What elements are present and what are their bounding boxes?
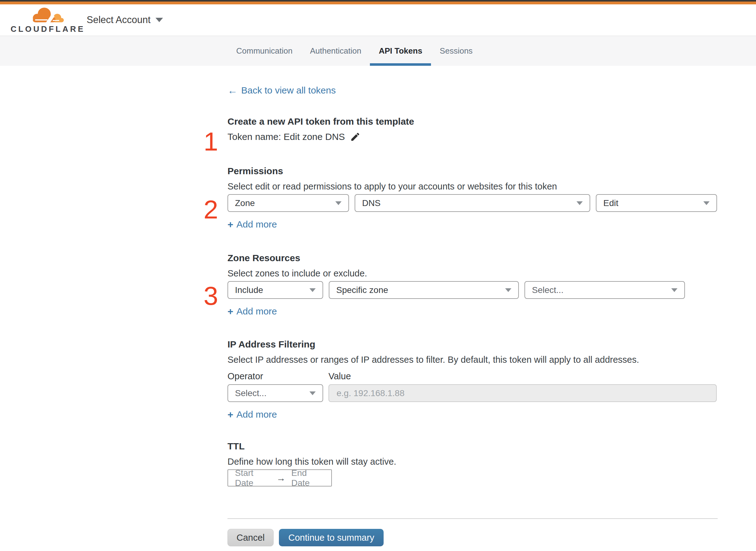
add-more-label: Add more bbox=[236, 306, 277, 317]
permissions-add-more-link[interactable]: + Add more bbox=[227, 219, 277, 230]
permission-scope-value: Zone bbox=[235, 198, 255, 208]
permissions-description: Select edit or read permissions to apply… bbox=[227, 180, 718, 192]
plus-icon: + bbox=[227, 306, 233, 317]
permission-scope-select[interactable]: Zone bbox=[227, 194, 349, 212]
continue-to-summary-button[interactable]: Continue to summary bbox=[279, 529, 384, 546]
back-to-tokens-link[interactable]: ← Back to view all tokens bbox=[227, 85, 335, 96]
step-number-1: 1 bbox=[187, 128, 218, 154]
ip-operator-placeholder: Select... bbox=[235, 388, 266, 398]
footer-divider bbox=[227, 518, 718, 519]
permission-service-value: DNS bbox=[362, 198, 381, 208]
end-date-placeholder: End Date bbox=[291, 468, 324, 488]
zone-mode-value: Include bbox=[235, 285, 263, 295]
cloudflare-wordmark: CLOUDFLARE bbox=[11, 24, 85, 34]
plus-icon: + bbox=[227, 409, 233, 420]
ip-operator-select[interactable]: Select... bbox=[227, 384, 323, 402]
start-date-placeholder: Start Date bbox=[235, 468, 271, 488]
tab-api-tokens[interactable]: API Tokens bbox=[370, 36, 431, 66]
page-title: Create a new API token from this templat… bbox=[227, 116, 718, 127]
add-more-label: Add more bbox=[236, 409, 277, 420]
cloudflare-logo[interactable]: CLOUDFLARE bbox=[11, 7, 85, 34]
tabbar: Communication Authentication API Tokens … bbox=[0, 36, 756, 66]
top-orange-strip bbox=[0, 2, 756, 4]
back-link-label: Back to view all tokens bbox=[241, 85, 335, 96]
chevron-down-icon bbox=[335, 201, 341, 205]
chevron-down-icon bbox=[309, 392, 316, 395]
tab-authentication[interactable]: Authentication bbox=[301, 36, 370, 66]
tab-sessions[interactable]: Sessions bbox=[431, 36, 482, 66]
tab-communication[interactable]: Communication bbox=[227, 36, 301, 66]
permission-service-select[interactable]: DNS bbox=[354, 194, 590, 212]
ttl-date-range-picker[interactable]: Start Date → End Date bbox=[227, 469, 332, 487]
chevron-down-icon bbox=[309, 288, 316, 292]
permission-access-value: Edit bbox=[603, 198, 618, 208]
chevron-down-icon bbox=[505, 288, 511, 292]
zone-type-select[interactable]: Specific zone bbox=[329, 281, 519, 299]
ip-value-input[interactable] bbox=[328, 384, 717, 402]
plus-icon: + bbox=[227, 219, 233, 230]
account-selector-label: Select Account bbox=[87, 14, 150, 26]
step-number-2: 2 bbox=[187, 196, 218, 222]
account-selector[interactable]: Select Account bbox=[87, 4, 163, 36]
permission-access-select[interactable]: Edit bbox=[596, 194, 717, 212]
cloudflare-cloud-icon bbox=[30, 7, 66, 24]
chevron-down-icon bbox=[671, 288, 678, 292]
ip-filtering-add-more-link[interactable]: + Add more bbox=[227, 409, 277, 420]
zone-resources-add-more-link[interactable]: + Add more bbox=[227, 306, 277, 317]
add-more-label: Add more bbox=[236, 219, 277, 230]
permissions-title: Permissions bbox=[227, 165, 718, 177]
ttl-description: Define how long this token will stay act… bbox=[227, 456, 718, 468]
edit-token-name-button[interactable] bbox=[350, 131, 360, 142]
zone-resources-title: Zone Resources bbox=[227, 252, 718, 264]
ttl-title: TTL bbox=[227, 440, 718, 453]
operator-label: Operator bbox=[227, 371, 328, 382]
ip-filtering-title: IP Address Filtering bbox=[227, 338, 718, 351]
header: CLOUDFLARE Select Account bbox=[0, 4, 756, 36]
zone-mode-select[interactable]: Include bbox=[227, 281, 323, 299]
zone-resources-description: Select zones to include or exclude. bbox=[227, 267, 718, 279]
zone-type-value: Specific zone bbox=[336, 285, 388, 295]
right-arrow-icon: → bbox=[276, 473, 286, 483]
content-area: 1 2 3 ← Back to view all tokens Create a… bbox=[0, 66, 756, 549]
token-name-text: Token name: Edit zone DNS bbox=[227, 130, 345, 144]
ip-filtering-description: Select IP addresses or ranges of IP addr… bbox=[227, 354, 718, 366]
step-number-3: 3 bbox=[187, 283, 218, 309]
chevron-down-icon bbox=[703, 201, 710, 205]
value-label: Value bbox=[328, 371, 351, 382]
chevron-down-icon bbox=[155, 18, 163, 22]
pencil-icon bbox=[350, 131, 360, 142]
zone-picker-placeholder: Select... bbox=[532, 285, 564, 295]
chevron-down-icon bbox=[577, 201, 583, 205]
back-arrow-icon: ← bbox=[227, 85, 237, 95]
zone-picker-select[interactable]: Select... bbox=[525, 281, 685, 299]
api-token-template-page: CLOUDFLARE Select Account Communication … bbox=[0, 0, 756, 551]
cancel-button[interactable]: Cancel bbox=[227, 529, 273, 546]
